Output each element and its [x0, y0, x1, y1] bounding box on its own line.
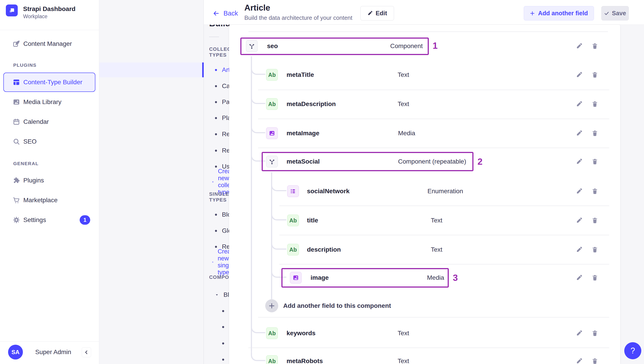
text-field-icon: Ab	[287, 215, 299, 226]
delete-field-button[interactable]	[591, 274, 599, 282]
edit-field-button[interactable]	[575, 246, 583, 254]
field-name: title	[307, 217, 318, 224]
row-divider	[248, 32, 608, 32]
sidebar-item-calendar[interactable]: Calendar	[12, 118, 49, 126]
sidebar-item-label: SEO	[23, 138, 36, 145]
trash-icon	[592, 71, 598, 78]
component-field-icon	[266, 156, 278, 167]
trash-icon	[592, 188, 598, 195]
edit-field-button[interactable]	[575, 329, 583, 337]
plugins-section-label: PLUGINS	[13, 63, 36, 68]
selected-row-highlight	[99, 63, 204, 77]
text-field-icon: Ab	[287, 244, 299, 255]
settings-notification-badge: 1	[80, 215, 90, 225]
back-button[interactable]: Back	[213, 10, 238, 17]
section-label: SINGLE TYPES	[209, 191, 231, 203]
collapse-sidebar-button[interactable]	[82, 347, 91, 357]
edit-field-button[interactable]	[575, 274, 583, 282]
edit-field-button[interactable]	[575, 42, 583, 50]
field-name: metaDescription	[286, 100, 336, 108]
sidebar-divider	[0, 341, 99, 341]
plus-icon	[212, 179, 214, 185]
add-field-to-component-button[interactable]	[265, 299, 278, 312]
field-type: Text	[398, 71, 409, 78]
delete-field-button[interactable]	[591, 216, 599, 225]
pencil-icon	[576, 71, 582, 78]
sidebar-item-label: Settings	[23, 216, 46, 224]
tree-line-metasocial	[271, 172, 272, 299]
row-divider	[258, 148, 609, 148]
delete-field-button[interactable]	[591, 357, 599, 364]
sidebar-item-marketplace[interactable]: Marketplace	[12, 196, 58, 204]
save-button[interactable]: Save	[601, 6, 629, 21]
back-label: Back	[224, 10, 238, 17]
component-icon	[268, 158, 276, 165]
delete-field-button[interactable]	[591, 187, 599, 195]
plus-icon	[268, 302, 275, 309]
delete-field-button[interactable]	[591, 129, 599, 137]
help-button[interactable]: ?	[624, 342, 641, 359]
avatar: SA	[8, 345, 23, 359]
component-field-icon	[246, 40, 258, 52]
edit-field-button[interactable]	[575, 187, 583, 195]
annotation-number-3: 3	[453, 273, 458, 283]
pencil-icon	[576, 158, 582, 165]
pencil-icon	[576, 358, 582, 364]
picture-icon	[292, 274, 299, 281]
plus-icon	[212, 260, 214, 265]
strapi-logo	[6, 5, 18, 17]
row-divider	[258, 119, 609, 119]
edit-label: Edit	[376, 10, 387, 17]
feather-icon	[12, 40, 20, 48]
field-type: Text	[431, 246, 442, 253]
row-divider	[279, 206, 609, 206]
sidebar-item-content-type-builder[interactable]: Content-Type Builder	[3, 73, 95, 92]
add-another-field-button[interactable]: Add another field	[524, 6, 594, 21]
field-name: metaTitle	[286, 71, 314, 78]
edit-button[interactable]: Edit	[360, 6, 394, 21]
delete-field-button[interactable]	[591, 157, 599, 165]
trash-icon	[592, 43, 598, 49]
trash-icon	[592, 217, 598, 224]
annotation-number-2: 2	[478, 157, 482, 167]
bullet-icon	[215, 150, 217, 152]
text-field-icon: Ab	[266, 327, 278, 339]
strapi-logo-icon	[8, 7, 16, 15]
list-icon	[290, 188, 297, 195]
chevron-left-icon	[84, 349, 89, 355]
tree-elbow	[251, 124, 265, 133]
edit-field-button[interactable]	[575, 71, 583, 79]
save-label: Save	[612, 10, 626, 17]
sidebar-item-plugins[interactable]: Plugins	[12, 176, 44, 184]
bullet-icon	[215, 165, 217, 168]
sidebar-item-label: Media Library	[23, 98, 62, 106]
edit-field-button[interactable]	[575, 129, 583, 137]
user-name: Super Admin	[35, 348, 71, 356]
edit-field-button[interactable]	[575, 100, 583, 108]
edit-field-button[interactable]	[575, 357, 583, 364]
bullet-icon	[222, 310, 224, 312]
sidebar-item-seo[interactable]: SEO	[12, 138, 36, 145]
delete-field-button[interactable]	[591, 100, 599, 108]
row-divider	[258, 90, 609, 90]
delete-field-button[interactable]	[591, 42, 599, 50]
row-divider	[279, 264, 609, 264]
app-name: Strapi Dashboard	[23, 6, 76, 13]
sidebar-item-media-library[interactable]: Media Library	[12, 98, 62, 106]
delete-field-button[interactable]	[591, 246, 599, 254]
add-field-to-component-label[interactable]: Add another field to this component	[283, 302, 391, 309]
field-type: Component (repeatable)	[398, 158, 466, 165]
trash-icon	[592, 330, 598, 337]
sidebar-item-settings[interactable]: Settings	[12, 216, 46, 224]
delete-field-button[interactable]	[591, 71, 599, 79]
arrow-left-icon	[213, 10, 220, 17]
workspace-name: Workplace	[23, 14, 47, 20]
field-name: seo	[267, 43, 278, 50]
sidebar-item-content-manager[interactable]: Content Manager	[12, 40, 72, 48]
edit-field-button[interactable]	[575, 157, 583, 165]
delete-field-button[interactable]	[591, 329, 599, 337]
bullet-icon	[215, 117, 217, 119]
field-type: Text	[398, 100, 409, 108]
selected-row-bar	[202, 63, 204, 77]
edit-field-button[interactable]	[575, 216, 583, 225]
